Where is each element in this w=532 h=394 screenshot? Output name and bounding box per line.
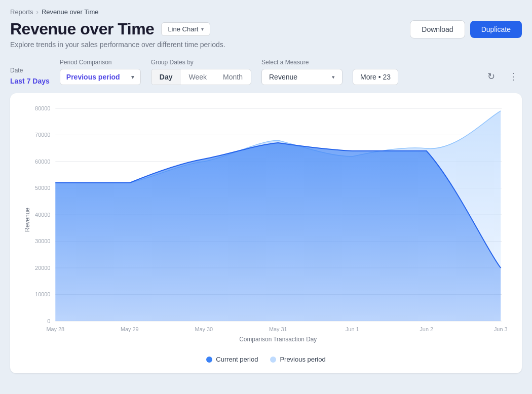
filter-actions: ↻ ⋮	[482, 68, 522, 85]
current-period-area	[55, 143, 501, 321]
group-btn-month[interactable]: Month	[215, 69, 251, 85]
refresh-icon: ↻	[487, 71, 495, 82]
breadcrumb-parent[interactable]: Reports	[10, 8, 33, 16]
svg-text:80000: 80000	[35, 105, 50, 111]
svg-text:50000: 50000	[35, 185, 50, 191]
svg-text:0: 0	[47, 318, 50, 324]
svg-text:60000: 60000	[35, 159, 50, 165]
header-actions: Download Duplicate	[410, 20, 522, 38]
legend-previous-dot	[270, 357, 276, 363]
period-filter-label: Period Comparison	[60, 59, 141, 66]
more-options-button[interactable]: ⋮	[505, 68, 522, 85]
group-dates-label: Group Dates by	[151, 59, 251, 66]
revenue-chart: 0 10000 20000 30000 40000 50000 60000 70…	[20, 103, 512, 351]
page-subtitle: Explore trends in your sales performance…	[10, 41, 522, 49]
svg-text:May 28: May 28	[46, 326, 64, 332]
period-filter-value: Previous period	[66, 73, 120, 81]
download-button[interactable]: Download	[410, 20, 465, 38]
more-filters-button[interactable]: More • 23	[353, 69, 398, 85]
more-filter-group: x More • 23	[353, 59, 398, 85]
group-dates-filter-group: Group Dates by Day Week Month	[151, 59, 251, 85]
chart-legend: Current period Previous period	[20, 356, 512, 363]
group-dates-buttons: Day Week Month	[151, 69, 251, 85]
period-filter-select[interactable]: Previous period ▾	[60, 69, 141, 85]
legend-previous: Previous period	[270, 356, 325, 363]
svg-text:May 30: May 30	[195, 326, 213, 332]
duplicate-button[interactable]: Duplicate	[470, 21, 522, 38]
svg-text:May 29: May 29	[121, 326, 139, 332]
svg-text:40000: 40000	[35, 212, 50, 218]
svg-text:Jun 1: Jun 1	[346, 326, 359, 332]
measure-chevron-icon: ▾	[332, 74, 335, 81]
period-chevron-icon: ▾	[131, 74, 134, 81]
date-filter-value[interactable]: Last 7 Days	[10, 77, 50, 85]
svg-text:70000: 70000	[35, 132, 50, 138]
svg-text:Revenue: Revenue	[24, 208, 31, 232]
svg-text:Comparison Transaction Day: Comparison Transaction Day	[239, 336, 317, 343]
refresh-button[interactable]: ↻	[482, 68, 500, 85]
page-header-left: Revenue over Time Line Chart ▾	[10, 20, 210, 38]
group-btn-day[interactable]: Day	[151, 69, 181, 85]
date-filter-group: Date Last 7 Days	[10, 67, 50, 85]
svg-text:Jun 2: Jun 2	[420, 326, 433, 332]
breadcrumb-separator: ›	[36, 8, 39, 16]
legend-current: Current period	[206, 356, 258, 363]
chart-type-selector[interactable]: Line Chart ▾	[161, 22, 210, 36]
legend-previous-label: Previous period	[280, 356, 325, 363]
svg-text:20000: 20000	[35, 265, 50, 271]
measure-filter-select[interactable]: Revenue ▾	[261, 69, 343, 85]
measure-filter-value: Revenue	[269, 73, 297, 81]
page-header: Revenue over Time Line Chart ▾ Download …	[10, 20, 522, 38]
breadcrumb: Reports › Revenue over Time	[10, 8, 522, 16]
svg-text:30000: 30000	[35, 238, 50, 244]
breadcrumb-current: Revenue over Time	[42, 8, 99, 16]
group-btn-week[interactable]: Week	[181, 69, 215, 85]
filters-bar: Date Last 7 Days Period Comparison Previ…	[10, 59, 522, 85]
legend-current-dot	[206, 357, 212, 363]
svg-text:May 31: May 31	[269, 326, 287, 332]
legend-current-label: Current period	[216, 356, 258, 363]
page-title: Revenue over Time	[10, 20, 154, 38]
date-filter-label: Date	[10, 67, 50, 74]
svg-text:Jun 3: Jun 3	[494, 326, 508, 332]
ellipsis-icon: ⋮	[509, 71, 518, 82]
svg-text:10000: 10000	[35, 291, 50, 297]
measure-filter-group: Select a Measure Revenue ▾	[261, 59, 343, 85]
period-filter-group: Period Comparison Previous period ▾	[60, 59, 141, 85]
chart-area: 0 10000 20000 30000 40000 50000 60000 70…	[20, 103, 512, 351]
chevron-down-icon: ▾	[201, 26, 204, 32]
chart-type-label: Line Chart	[168, 25, 198, 33]
chart-container: 0 10000 20000 30000 40000 50000 60000 70…	[10, 93, 522, 373]
measure-filter-label: Select a Measure	[261, 59, 343, 66]
